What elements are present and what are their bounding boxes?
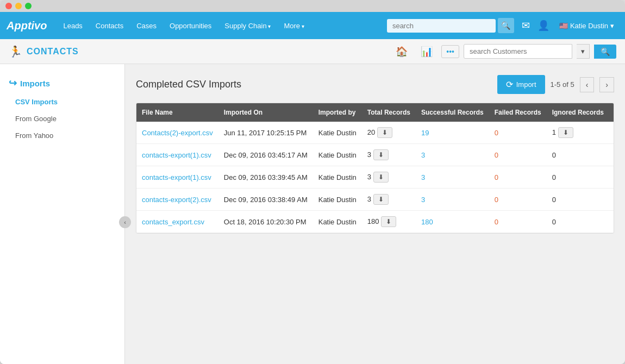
col-status: Status (609, 103, 614, 122)
page-title: Completed CSV Imports (136, 79, 241, 90)
nav-contacts[interactable]: Contacts (90, 18, 129, 33)
cell-imported-on: Dec 09, 2016 03:38:49 AM (218, 189, 313, 211)
main-panel: Completed CSV Imports ⟳ Import 1-5 of 5 … (125, 64, 625, 364)
sidebar-item-from-google[interactable]: From Google (0, 110, 124, 127)
top-nav: Apptivo Leads Contacts Cases Opportuniti… (0, 12, 625, 39)
home-icon-button[interactable]: 🏠 (391, 43, 412, 60)
download-button-4[interactable]: ⬇ (381, 216, 396, 227)
cell-file-name: contacts-export(2).csv (136, 189, 218, 211)
download-button-3[interactable]: ⬇ (373, 194, 389, 205)
cell-imported-by: Katie Dustin (313, 122, 362, 144)
cell-ignored-records: 0 (547, 144, 609, 166)
maximize-dot[interactable] (25, 3, 32, 9)
table-row: contacts-export(1).csv Dec 09, 2016 03:4… (136, 144, 614, 166)
table-header-row: File Name Imported On Imported by Total … (136, 103, 614, 122)
cell-imported-by: Katie Dustin (313, 144, 362, 166)
cell-imported-on: Dec 09, 2016 03:39:45 AM (218, 166, 313, 189)
import-button-icon: ⟳ (506, 79, 513, 90)
contacts-section-title: CONTACTS (27, 47, 79, 57)
cell-failed-records: 0 (489, 189, 547, 211)
sidebar-item-csv-imports[interactable]: CSV Imports (0, 93, 124, 110)
cell-imported-on: Jun 11, 2017 10:25:15 PM (218, 122, 313, 144)
pagination-prev-button[interactable]: ‹ (580, 77, 595, 92)
cell-status: Upload Completed (609, 166, 614, 189)
sub-header-left: 🏃 CONTACTS (9, 45, 391, 58)
download-button-2[interactable]: ⬇ (373, 172, 389, 183)
cell-ignored-records: 1 ⬇ (547, 122, 609, 144)
import-button-label: Import (516, 80, 536, 89)
cell-status: Upload Completed (609, 144, 614, 166)
content-header-actions: ⟳ Import 1-5 of 5 ‹ › (497, 75, 614, 94)
cell-failed-records: 0 (489, 144, 547, 166)
cell-failed-records: 0 (489, 122, 547, 144)
cell-successful-records: 19 (416, 122, 489, 144)
sidebar-collapse-button[interactable]: ‹ (119, 216, 131, 228)
col-failed-records: Failed Records (489, 103, 547, 122)
download-button-0[interactable]: ⬇ (377, 127, 392, 138)
cell-ignored-records: 0 (547, 211, 609, 233)
top-search-area: 🔍 (387, 18, 514, 33)
nav-supply-chain[interactable]: Supply Chain (219, 18, 276, 33)
cell-imported-by: Katie Dustin (313, 166, 362, 189)
user-name: Katie Dustin (570, 22, 608, 30)
customer-search-dropdown-button[interactable]: ▾ (577, 44, 590, 59)
nav-opportunities[interactable]: Opportunities (164, 18, 217, 33)
cell-ignored-records: 0 (547, 166, 609, 189)
user-menu-button[interactable]: 🇺🇸 Katie Dustin ▾ (555, 20, 618, 32)
table-row: contacts_export.csv Oct 18, 2016 10:20:3… (136, 211, 614, 233)
col-ignored-records: Ignored Records (547, 103, 609, 122)
col-successful-records: Successful Records (416, 103, 489, 122)
cell-status: Upload Completed (609, 189, 614, 211)
cell-file-name: Contacts(2)-export.csv (136, 122, 218, 144)
download-ignored-button-0[interactable]: ⬇ (558, 127, 573, 138)
user-dropdown-arrow: ▾ (610, 22, 614, 30)
cell-successful-records: 3 (416, 166, 489, 189)
table-row: contacts-export(2).csv Dec 09, 2016 03:3… (136, 189, 614, 211)
sub-header-right: 🏠 📊 ••• ▾ 🔍 (391, 43, 616, 60)
nav-more[interactable]: More (278, 18, 309, 33)
cell-successful-records: 3 (416, 144, 489, 166)
cell-imported-by: Katie Dustin (313, 189, 362, 211)
pagination-info: 1-5 of 5 (551, 80, 574, 89)
main-content: ↩ Imports CSV Imports From Google From Y… (0, 64, 625, 364)
cell-imported-by: Katie Dustin (313, 211, 362, 233)
cell-file-name: contacts-export(1).csv (136, 144, 218, 166)
sub-header: 🏃 CONTACTS 🏠 📊 ••• ▾ 🔍 (0, 39, 625, 64)
cell-total-records: 20 ⬇ (362, 122, 416, 144)
cell-total-records: 3 ⬇ (362, 166, 416, 189)
sidebar-item-from-yahoo[interactable]: From Yahoo (0, 127, 124, 144)
cell-failed-records: 0 (489, 211, 547, 233)
pagination-next-button[interactable]: › (599, 77, 614, 92)
cell-total-records: 180 ⬇ (362, 211, 416, 233)
app-logo: Apptivo (7, 20, 47, 32)
cell-status: Upload Completed (609, 211, 614, 233)
mail-icon-button[interactable]: ✉ (520, 17, 532, 34)
user-flag-icon: 🇺🇸 (559, 22, 568, 30)
content-header: Completed CSV Imports ⟳ Import 1-5 of 5 … (136, 75, 614, 94)
contacts-section-icon: 🏃 (9, 45, 22, 58)
customer-search-input[interactable] (464, 44, 572, 59)
nav-cases[interactable]: Cases (131, 18, 162, 33)
top-search-input[interactable] (387, 19, 496, 33)
close-dot[interactable] (5, 3, 12, 9)
cell-imported-on: Dec 09, 2016 03:45:17 AM (218, 144, 313, 166)
top-search-button[interactable]: 🔍 (498, 18, 514, 33)
table-row: contacts-export(1).csv Dec 09, 2016 03:3… (136, 166, 614, 189)
chart-icon-button[interactable]: 📊 (416, 43, 437, 60)
more-options-button[interactable]: ••• (441, 45, 459, 58)
nav-leads[interactable]: Leads (58, 18, 88, 33)
cell-imported-on: Oct 18, 2016 10:20:30 PM (218, 211, 313, 233)
app-window: Apptivo Leads Contacts Cases Opportuniti… (0, 0, 625, 364)
customer-search-submit-button[interactable]: 🔍 (594, 45, 616, 59)
cell-status: Upload Completed (609, 122, 614, 144)
import-button[interactable]: ⟳ Import (497, 75, 545, 94)
download-button-1[interactable]: ⬇ (373, 149, 389, 160)
sidebar-section-imports: ↩ Imports (0, 73, 124, 93)
cell-failed-records: 0 (489, 166, 547, 189)
title-bar (0, 0, 625, 12)
col-total-records: Total Records (362, 103, 416, 122)
profile-icon-button[interactable]: 👤 (535, 17, 552, 34)
minimize-dot[interactable] (15, 3, 22, 9)
imports-table: File Name Imported On Imported by Total … (136, 103, 614, 233)
cell-successful-records: 3 (416, 189, 489, 211)
